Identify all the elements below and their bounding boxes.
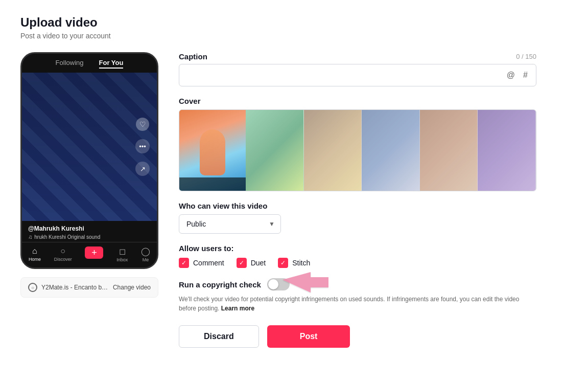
- cover-label: Cover: [179, 97, 536, 105]
- tab-following[interactable]: Following: [56, 59, 84, 69]
- home-icon: ⌂: [32, 246, 37, 256]
- phone-video-overlay: ♡ ••• ↗: [135, 118, 150, 176]
- video-file-icon: ○: [28, 283, 37, 292]
- tab-for-you[interactable]: For You: [99, 59, 124, 69]
- viewer-section: Who can view this video Public Friends P…: [179, 201, 536, 234]
- char-count: 0 / 150: [516, 53, 536, 60]
- caption-row: Caption 0 / 150: [179, 52, 536, 61]
- phone-nav-discover[interactable]: ○ Discover: [54, 246, 72, 262]
- phone-bottom-info: @Mahrukh Kureshi ♫ hrukh Kureshi Origina…: [22, 221, 157, 242]
- allow-section: Allow users to: ✓ Comment ✓ Duet ✓ Stitc…: [179, 244, 536, 268]
- cover-strip[interactable]: [179, 109, 536, 191]
- copyright-label: Run a copyright check: [179, 280, 261, 289]
- caption-group: Caption 0 / 150 @ #: [179, 52, 536, 86]
- viewer-label: Who can view this video: [179, 201, 536, 210]
- more-icon[interactable]: •••: [135, 139, 150, 153]
- me-label: Me: [143, 257, 149, 262]
- duet-label: Duet: [251, 259, 266, 267]
- caption-input[interactable]: [185, 71, 501, 79]
- main-layout: Following For You ♡ ••• ↗ @Mahrukh Kures…: [20, 52, 568, 348]
- video-info-bar: ○ Y2Mate.is - Encanto bu... Change video: [20, 277, 158, 298]
- duet-checkbox[interactable]: ✓: [237, 258, 247, 268]
- add-button[interactable]: +: [85, 246, 103, 259]
- right-panel: Caption 0 / 150 @ # Cover: [179, 52, 536, 348]
- duet-checkbox-item[interactable]: ✓ Duet: [237, 258, 266, 268]
- action-buttons: Discard Post: [179, 325, 536, 348]
- phone-mockup: Following For You ♡ ••• ↗ @Mahrukh Kures…: [20, 52, 158, 269]
- phone-nav-me[interactable]: ◯ Me: [141, 246, 150, 262]
- viewer-select-wrapper[interactable]: Public Friends Private ▼: [179, 214, 281, 234]
- stitch-checkbox-item[interactable]: ✓ Stitch: [278, 258, 310, 268]
- viewer-select[interactable]: Public Friends Private: [179, 214, 281, 234]
- cover-thumbnails[interactable]: [246, 110, 536, 191]
- comment-checkbox[interactable]: ✓: [179, 258, 189, 268]
- inbox-icon: ◻: [119, 246, 126, 256]
- home-label: Home: [29, 257, 41, 262]
- comment-label: Comment: [193, 259, 224, 267]
- cover-thumb-4[interactable]: [420, 110, 478, 191]
- discover-label: Discover: [54, 257, 72, 262]
- phone-nav-add[interactable]: +: [85, 246, 103, 262]
- stitch-label: Stitch: [292, 259, 310, 267]
- phone-video-area: ♡ ••• ↗: [22, 73, 157, 221]
- copyright-desc: We'll check your video for potential cop…: [179, 295, 536, 313]
- caption-label: Caption: [179, 52, 207, 61]
- change-video-button[interactable]: Change video: [113, 284, 151, 291]
- phone-nav-bar: ⌂ Home ○ Discover + ◻ Inbox ◯ Me: [22, 242, 157, 267]
- caption-actions: @ #: [505, 70, 530, 81]
- post-button[interactable]: Post: [267, 325, 350, 348]
- cover-thumb-3[interactable]: [362, 110, 420, 191]
- phone-sound: ♫ hrukh Kureshi Original sound: [28, 234, 151, 240]
- checkboxes-row: ✓ Comment ✓ Duet ✓ Stitch: [179, 258, 536, 268]
- cover-selected-frame[interactable]: [179, 110, 246, 191]
- inbox-label: Inbox: [116, 257, 128, 262]
- stitch-checkbox[interactable]: ✓: [278, 258, 288, 268]
- discard-button[interactable]: Discard: [179, 325, 259, 348]
- allow-title: Allow users to:: [179, 244, 536, 253]
- hashtag-button[interactable]: #: [521, 70, 530, 81]
- page-title: Upload video: [20, 15, 568, 30]
- copyright-section: Run a copyright check: [179, 278, 536, 313]
- caption-input-wrapper[interactable]: @ #: [179, 64, 536, 86]
- toggle-knob: [268, 279, 278, 289]
- phone-nav-home[interactable]: ⌂ Home: [29, 246, 41, 262]
- phone-username: @Mahrukh Kureshi: [28, 225, 151, 232]
- phone-nav-tabs: Following For You: [22, 54, 157, 73]
- video-info-section: ○ Y2Mate.is - Encanto bu... Change video: [20, 273, 158, 298]
- discover-icon: ○: [60, 246, 65, 256]
- share-icon[interactable]: ↗: [135, 162, 150, 176]
- arrow-annotation: [283, 272, 328, 298]
- page-subtitle: Post a video to your account: [20, 32, 568, 40]
- comment-checkbox-item[interactable]: ✓ Comment: [179, 258, 224, 268]
- cover-thumb-1[interactable]: [246, 110, 304, 191]
- me-icon: ◯: [141, 246, 150, 256]
- cover-thumb-5[interactable]: [478, 110, 536, 191]
- svg-marker-0: [283, 272, 328, 293]
- music-note-icon: ♫: [28, 234, 32, 240]
- cover-section: Cover: [179, 97, 536, 191]
- cover-thumb-2[interactable]: [304, 110, 362, 191]
- mention-button[interactable]: @: [505, 70, 517, 81]
- cover-selected-overlay: [179, 177, 246, 191]
- phone-nav-inbox[interactable]: ◻ Inbox: [116, 246, 128, 262]
- video-filename: Y2Mate.is - Encanto bu...: [41, 284, 109, 291]
- heart-icon[interactable]: ♡: [136, 118, 149, 131]
- copyright-row: Run a copyright check: [179, 278, 536, 290]
- learn-more-link[interactable]: Learn more: [221, 305, 254, 312]
- sound-text: hrukh Kureshi Original sound: [34, 234, 100, 240]
